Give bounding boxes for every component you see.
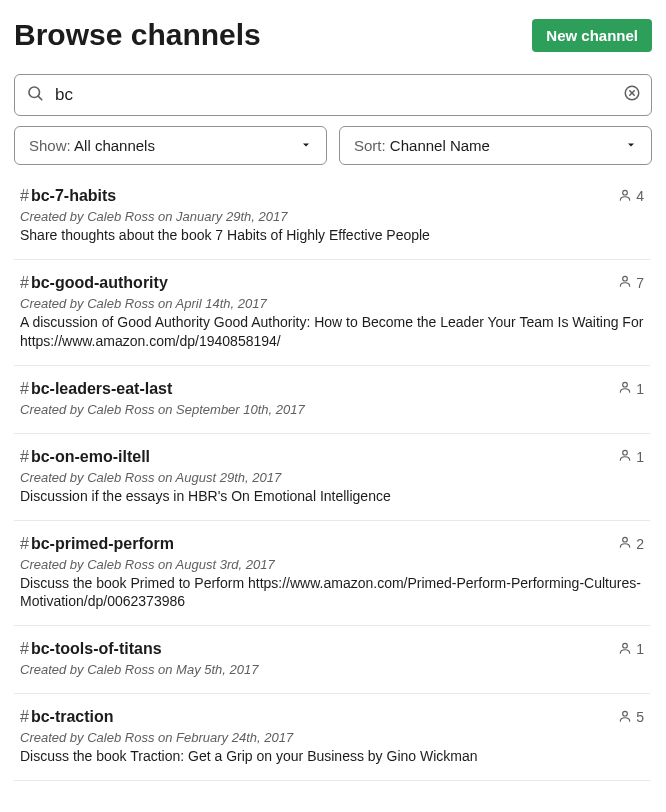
channel-name: #bc-good-authority [20,274,168,292]
new-channel-button[interactable]: New channel [532,19,652,52]
page-title: Browse channels [14,18,261,52]
svg-point-8 [623,451,628,456]
channel-item[interactable]: #bc-7-habits4Created by Caleb Ross on Ja… [14,173,650,260]
channel-top-row: #bc-primed-perform2 [20,535,644,553]
caret-down-icon [625,137,637,154]
channel-top-row: #bc-tools-of-titans1 [20,640,644,658]
sort-filter-select[interactable]: Sort: Channel Name [339,126,652,165]
sort-filter-value: Channel Name [390,137,490,154]
member-count: 5 [636,709,644,725]
channel-name: #bc-leaders-eat-last [20,380,172,398]
member-count: 1 [636,449,644,465]
hash-icon: # [20,448,29,465]
search-icon [26,84,44,106]
filters: Show: All channels Sort: Channel Name [14,126,652,165]
channel-name-text: bc-primed-perform [31,535,174,552]
channel-meta: Created by Caleb Ross on February 24th, … [20,730,644,745]
channel-top-row: #bc-leaders-eat-last1 [20,380,644,398]
channel-list[interactable]: #bc-7-habits4Created by Caleb Ross on Ja… [14,173,652,812]
channel-top-row: #bc-traction5 [20,708,644,726]
channel-description: A discussion of Good Authority Good Auth… [20,313,644,351]
channel-name: #bc-on-emo-iltell [20,448,150,466]
channel-item[interactable]: #bc-tools-of-titans1Created by Caleb Ros… [14,626,650,694]
header: Browse channels New channel [14,18,652,52]
sort-filter-label: Sort: [354,137,386,154]
show-filter-value: All channels [74,137,155,154]
channel-item[interactable]: #bc-traction5Created by Caleb Ross on Fe… [14,694,650,781]
channel-members: 1 [618,641,644,658]
person-icon [618,380,632,397]
channel-name: #bc-primed-perform [20,535,174,553]
member-count: 7 [636,275,644,291]
hash-icon: # [20,187,29,204]
channel-item[interactable]: #bc-leaders-eat-last1Created by Caleb Ro… [14,366,650,434]
channel-meta: Created by Caleb Ross on August 3rd, 201… [20,557,644,572]
channel-name: #bc-traction [20,708,114,726]
search-wrapper [14,74,652,116]
channel-name-text: bc-7-habits [31,187,116,204]
show-filter-select[interactable]: Show: All channels [14,126,327,165]
clear-search-icon[interactable] [623,84,641,106]
channel-item[interactable]: #bc-on-emo-iltell1Created by Caleb Ross … [14,434,650,521]
hash-icon: # [20,274,29,291]
channel-meta: Created by Caleb Ross on May 5th, 2017 [20,662,644,677]
channel-name: #bc-7-habits [20,187,116,205]
member-count: 4 [636,188,644,204]
channel-members: 5 [618,709,644,726]
channel-name-text: bc-traction [31,708,114,725]
svg-line-1 [38,96,42,100]
hash-icon: # [20,708,29,725]
channel-members: 1 [618,448,644,465]
channel-description: Discussion if the essays in HBR's On Emo… [20,487,644,506]
svg-point-6 [623,277,628,282]
person-icon [618,274,632,291]
member-count: 1 [636,381,644,397]
channel-item[interactable]: #bc-primed-perform2Created by Caleb Ross… [14,521,650,627]
svg-point-5 [623,190,628,195]
channel-members: 1 [618,380,644,397]
channel-name-text: bc-leaders-eat-last [31,380,172,397]
channel-description: Share thoughts about the book 7 Habits o… [20,226,644,245]
channel-members: 4 [618,188,644,205]
channel-top-row: #bc-on-emo-iltell1 [20,448,644,466]
search-input[interactable] [14,74,652,116]
svg-point-11 [623,711,628,716]
channel-members: 7 [618,274,644,291]
channel-members: 2 [618,535,644,552]
member-count: 2 [636,536,644,552]
channel-meta: Created by Caleb Ross on August 29th, 20… [20,470,644,485]
channel-top-row: #bc-7-habits4 [20,187,644,205]
channel-meta: Created by Caleb Ross on January 29th, 2… [20,209,644,224]
svg-point-7 [623,383,628,388]
hash-icon: # [20,640,29,657]
person-icon [618,641,632,658]
hash-icon: # [20,380,29,397]
channel-meta: Created by Caleb Ross on April 14th, 201… [20,296,644,311]
svg-point-10 [623,643,628,648]
show-filter-label: Show: [29,137,71,154]
person-icon [618,188,632,205]
person-icon [618,709,632,726]
channel-top-row: #bc-good-authority7 [20,274,644,292]
person-icon [618,535,632,552]
channel-name: #bc-tools-of-titans [20,640,162,658]
channel-name-text: bc-good-authority [31,274,168,291]
channel-name-text: bc-on-emo-iltell [31,448,150,465]
channel-item[interactable]: #bc-good-authority7Created by Caleb Ross… [14,260,650,366]
svg-point-9 [623,537,628,542]
hash-icon: # [20,535,29,552]
person-icon [618,448,632,465]
channel-description: Discuss the book Primed to Perform https… [20,574,644,612]
member-count: 1 [636,641,644,657]
channel-name-text: bc-tools-of-titans [31,640,162,657]
channel-meta: Created by Caleb Ross on September 10th,… [20,402,644,417]
caret-down-icon [300,137,312,154]
channel-description: Discuss the book Traction: Get a Grip on… [20,747,644,766]
